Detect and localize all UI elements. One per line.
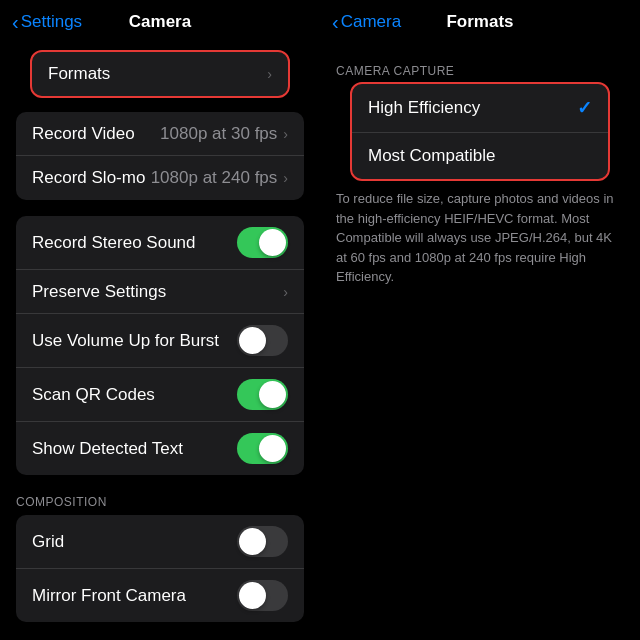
show-detected-text-toggle[interactable] <box>237 433 288 464</box>
record-stereo-label: Record Stereo Sound <box>32 233 196 253</box>
formats-group-highlighted: Formats › <box>32 52 288 96</box>
scan-qr-label: Scan QR Codes <box>32 385 155 405</box>
preserve-settings-chevron-icon: › <box>283 284 288 300</box>
show-detected-text-item[interactable]: Show Detected Text <box>16 422 304 475</box>
settings-back-label: Settings <box>21 12 82 32</box>
camera-capture-header: CAMERA CAPTURE <box>320 44 640 84</box>
formats-chevron-icon: › <box>267 66 272 82</box>
back-chevron-icon: ‹ <box>12 12 19 32</box>
volume-burst-item[interactable]: Use Volume Up for Burst <box>16 314 304 368</box>
right-nav-bar: ‹ Camera Formats <box>320 0 640 44</box>
right-settings-list: CAMERA CAPTURE High Efficiency ✓ Most Co… <box>320 44 640 640</box>
scan-qr-toggle[interactable] <box>237 379 288 410</box>
grid-item[interactable]: Grid <box>16 515 304 569</box>
record-slo-mo-item[interactable]: Record Slo-mo 1080p at 240 fps › <box>16 156 304 200</box>
composition-header: COMPOSITION <box>0 475 320 515</box>
show-detected-text-label: Show Detected Text <box>32 439 183 459</box>
right-panel: ‹ Camera Formats CAMERA CAPTURE High Eff… <box>320 0 640 640</box>
mirror-front-item[interactable]: Mirror Front Camera <box>16 569 304 622</box>
preserve-settings-label: Preserve Settings <box>32 282 166 302</box>
record-video-chevron-icon: › <box>283 126 288 142</box>
most-compatible-option[interactable]: Most Compatible <box>352 133 608 179</box>
high-efficiency-checkmark-icon: ✓ <box>577 97 592 119</box>
grid-label: Grid <box>32 532 64 552</box>
formats-options-group: High Efficiency ✓ Most Compatible <box>352 84 608 179</box>
record-slo-mo-label: Record Slo-mo <box>32 168 145 188</box>
volume-burst-toggle[interactable] <box>237 325 288 356</box>
toggles-group: Record Stereo Sound Preserve Settings › … <box>16 216 304 475</box>
composition-group: Grid Mirror Front Camera <box>16 515 304 622</box>
preserve-settings-item[interactable]: Preserve Settings › <box>16 270 304 314</box>
record-stereo-item[interactable]: Record Stereo Sound <box>16 216 304 270</box>
left-settings-list: Formats › Record Video 1080p at 30 fps ›… <box>0 44 320 640</box>
formats-item[interactable]: Formats › <box>32 52 288 96</box>
mirror-front-label: Mirror Front Camera <box>32 586 186 606</box>
record-video-value: 1080p at 30 fps › <box>160 124 288 144</box>
grid-toggle[interactable] <box>237 526 288 557</box>
left-nav-title: Camera <box>129 12 191 32</box>
volume-burst-label: Use Volume Up for Burst <box>32 331 219 351</box>
record-stereo-toggle[interactable] <box>237 227 288 258</box>
formats-description: To reduce file size, capture photos and … <box>320 179 640 297</box>
high-efficiency-option[interactable]: High Efficiency ✓ <box>352 84 608 133</box>
mirror-front-toggle[interactable] <box>237 580 288 611</box>
left-nav-bar: ‹ Settings Camera <box>0 0 320 44</box>
most-compatible-label: Most Compatible <box>368 146 496 166</box>
scan-qr-item[interactable]: Scan QR Codes <box>16 368 304 422</box>
left-panel: ‹ Settings Camera Formats › Record Video… <box>0 0 320 640</box>
record-video-item[interactable]: Record Video 1080p at 30 fps › <box>16 112 304 156</box>
camera-back-label: Camera <box>341 12 401 32</box>
photo-capture-header: PHOTO CAPTURE <box>0 622 320 640</box>
record-slo-mo-chevron-icon: › <box>283 170 288 186</box>
right-nav-title: Formats <box>446 12 513 32</box>
camera-back-button[interactable]: ‹ Camera <box>332 12 401 32</box>
right-back-chevron-icon: ‹ <box>332 12 339 32</box>
record-group: Record Video 1080p at 30 fps › Record Sl… <box>16 112 304 200</box>
settings-back-button[interactable]: ‹ Settings <box>12 12 82 32</box>
formats-label: Formats <box>48 64 110 84</box>
record-video-label: Record Video <box>32 124 135 144</box>
high-efficiency-label: High Efficiency <box>368 98 480 118</box>
record-slo-mo-value: 1080p at 240 fps › <box>151 168 288 188</box>
